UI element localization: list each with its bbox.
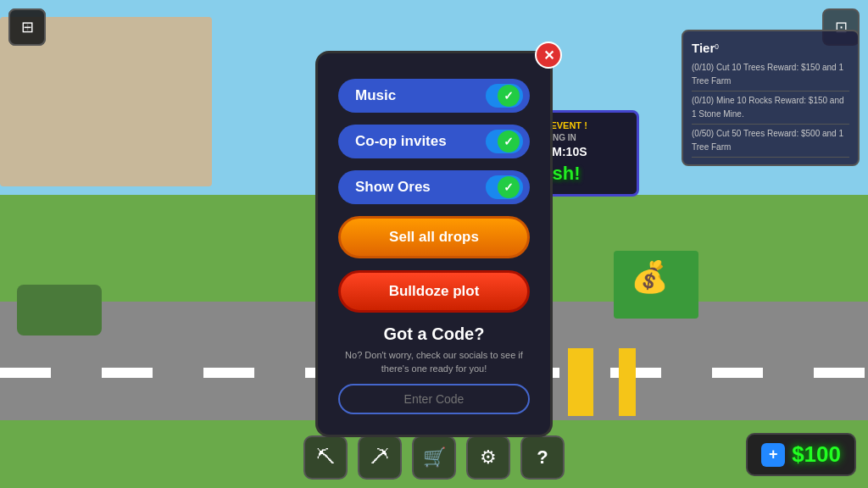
coop-toggle-row[interactable]: Co-op invites ✓	[338, 125, 530, 158]
coop-label: Co-op invites	[355, 133, 447, 150]
coop-toggle-switch[interactable]: ✓	[486, 130, 523, 153]
show-ores-toggle-row[interactable]: Show Ores ✓	[338, 170, 530, 204]
music-toggle-row[interactable]: Music ✓	[338, 79, 530, 113]
bulldoze-plot-button[interactable]: Bulldoze plot	[338, 270, 530, 313]
modal-close-button[interactable]: ✕	[535, 42, 562, 69]
code-title: Got a Code?	[338, 324, 530, 344]
code-input[interactable]	[338, 384, 530, 414]
show-ores-toggle-knob: ✓	[498, 176, 520, 198]
settings-modal: ✕ Music ✓ Co-op invites ✓ Show Ores ✓ Se…	[315, 51, 553, 437]
show-ores-label: Show Ores	[355, 179, 431, 196]
show-ores-toggle-switch[interactable]: ✓	[486, 175, 523, 199]
code-subtitle: No? Don't worry, check our socials to se…	[338, 349, 530, 375]
sell-all-drops-button[interactable]: Sell all drops	[338, 216, 530, 258]
coop-toggle-knob: ✓	[498, 130, 520, 152]
code-section: Got a Code? No? Don't worry, check our s…	[338, 324, 530, 414]
music-toggle-knob: ✓	[498, 85, 520, 107]
music-label: Music	[355, 87, 396, 104]
modal-overlay: ✕ Music ✓ Co-op invites ✓ Show Ores ✓ Se…	[0, 0, 868, 488]
close-icon: ✕	[543, 47, 554, 64]
music-toggle-switch[interactable]: ✓	[486, 84, 523, 108]
